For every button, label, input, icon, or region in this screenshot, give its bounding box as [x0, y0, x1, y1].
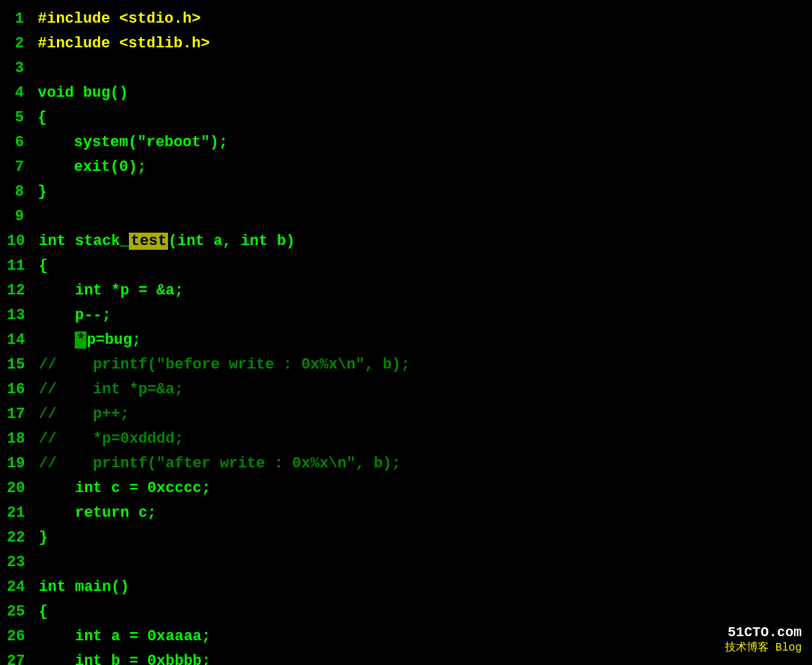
line-number-11: 11 — [7, 254, 38, 279]
line-number-16: 16 — [7, 377, 38, 402]
param-b: b) — [267, 233, 295, 250]
line-number-26: 26 — [7, 625, 38, 649]
line-number-3: 3 — [7, 56, 38, 81]
line-content-13: p--; — [38, 303, 111, 328]
keyword-int-10: int — [38, 233, 66, 250]
code-line-27: 27 int b = 0xbbbb; — [0, 649, 812, 665]
code-line-7: 7 exit(0); — [0, 155, 812, 180]
line-number-23: 23 — [7, 550, 38, 575]
line-content-15: // printf("before write : 0x%x\n", b); — [38, 353, 409, 377]
highlight-test-10: test — [129, 233, 168, 250]
code-line-23: 23 — [0, 550, 812, 575]
watermark-subtitle: 技术博客 Blog — [725, 640, 802, 655]
line-content-14: *p=bug; — [38, 328, 141, 353]
line-number-5: 5 — [7, 106, 38, 130]
line-number-8: 8 — [7, 180, 38, 205]
code-line-18: 18 // *p=0xdddd; — [0, 427, 812, 452]
line-content-21: return c; — [38, 501, 156, 526]
keyword-int-a: int — [177, 233, 204, 250]
line-number-7: 7 — [7, 155, 38, 180]
line-number-13: 13 — [7, 303, 38, 328]
code-line-15: 15 // printf("before write : 0x%x\n", b)… — [0, 353, 812, 377]
line-content-7: exit(0); — [38, 155, 146, 180]
line-number-17: 17 — [7, 402, 38, 427]
line-content-12: int *p = &a; — [38, 279, 183, 303]
keyword-int-b: int — [241, 233, 268, 250]
func-name-10: stack_ — [66, 233, 129, 250]
code-line-17: 17 // p++; — [0, 402, 812, 427]
line-content-4: void bug() — [38, 81, 128, 106]
line-number-15: 15 — [7, 353, 38, 377]
code-line-4: 4 void bug() — [0, 81, 812, 106]
line-number-24: 24 — [7, 575, 38, 600]
line-number-6: 6 — [7, 130, 38, 155]
line-number-22: 22 — [7, 526, 38, 550]
code-line-1: 1 #include <stdio.h> — [0, 7, 812, 32]
line-content-5: { — [38, 106, 47, 130]
line-number-12: 12 — [7, 279, 38, 303]
line-number-20: 20 — [7, 476, 38, 501]
code-line-2: 2 #include <stdlib.h> — [0, 32, 812, 56]
keyword-int-24: int — [38, 579, 66, 596]
code-line-12: 12 int *p = &a; — [0, 279, 812, 303]
code-line-14: 14 *p=bug; — [0, 328, 812, 353]
code-line-22: 22 } — [0, 526, 812, 550]
line-number-27: 27 — [7, 649, 38, 665]
indent-14 — [38, 331, 75, 349]
code-line-20: 20 int c = 0xcccc; — [0, 476, 812, 501]
line-number-21: 21 — [7, 501, 38, 526]
params-10: ( — [168, 233, 177, 250]
code-line-10: 10 int stack_test(int a, int b) — [0, 229, 812, 254]
line-content-6: system("reboot"); — [38, 130, 228, 155]
line-content-20: int c = 0xcccc; — [38, 476, 211, 501]
line-number-10: 10 — [7, 229, 38, 254]
line-content-11: { — [38, 254, 47, 279]
line-number-14: 14 — [7, 328, 38, 353]
line-number-4: 4 — [7, 81, 38, 106]
line-content-8: } — [38, 180, 47, 205]
code-line-3: 3 — [0, 56, 812, 81]
line-number-9: 9 — [7, 205, 38, 229]
line-content-10: int stack_test(int a, int b) — [38, 229, 295, 254]
code-line-25: 25 { — [0, 600, 812, 625]
code-line-16: 16 // int *p=&a; — [0, 377, 812, 402]
code-line-26: 26 int a = 0xaaaa; — [0, 625, 812, 649]
line-content-24: int main() — [38, 575, 129, 600]
line-content-22: } — [38, 526, 47, 550]
code-line-21: 21 return c; — [0, 501, 812, 526]
watermark-domain: 51CTO.com — [725, 625, 802, 640]
line-content-27: int b = 0xbbbb; — [38, 649, 211, 665]
line-content-1: #include <stdio.h> — [38, 7, 201, 32]
line-content-26: int a = 0xaaaa; — [38, 625, 211, 649]
code-editor: 1 #include <stdio.h> 2 #include <stdlib.… — [0, 0, 812, 665]
code-line-5: 5 { — [0, 106, 812, 130]
code-line-8: 8 } — [0, 180, 812, 205]
code-line-11: 11 { — [0, 254, 812, 279]
code-line-13: 13 p--; — [0, 303, 812, 328]
watermark: 51CTO.com 技术博客 Blog — [725, 625, 802, 655]
func-main-24: main() — [66, 579, 129, 596]
line-content-17: // p++; — [38, 402, 129, 427]
line-number-25: 25 — [7, 600, 38, 625]
code-line-24: 24 int main() — [0, 575, 812, 600]
line-number-1: 1 — [7, 7, 38, 32]
line-content-2: #include <stdlib.h> — [38, 32, 210, 56]
code-14-rest: p=bug; — [86, 331, 141, 349]
code-line-6: 6 system("reboot"); — [0, 130, 812, 155]
code-line-19: 19 // printf("after write : 0x%x\n", b); — [0, 452, 812, 476]
func-bug: bug() — [74, 84, 128, 102]
line-content-18: // *p=0xdddd; — [38, 427, 183, 452]
code-line-9: 9 — [0, 205, 812, 229]
line-content-19: // printf("after write : 0x%x\n", b); — [38, 452, 401, 476]
line-number-19: 19 — [7, 452, 38, 476]
line-number-2: 2 — [7, 32, 38, 56]
cursor-box-14: * — [75, 331, 86, 349]
line-number-18: 18 — [7, 427, 38, 452]
line-content-16: // int *p=&a; — [38, 377, 183, 402]
line-content-25: { — [38, 600, 47, 625]
keyword-void: void — [38, 84, 74, 102]
param-a: a, — [204, 233, 241, 250]
